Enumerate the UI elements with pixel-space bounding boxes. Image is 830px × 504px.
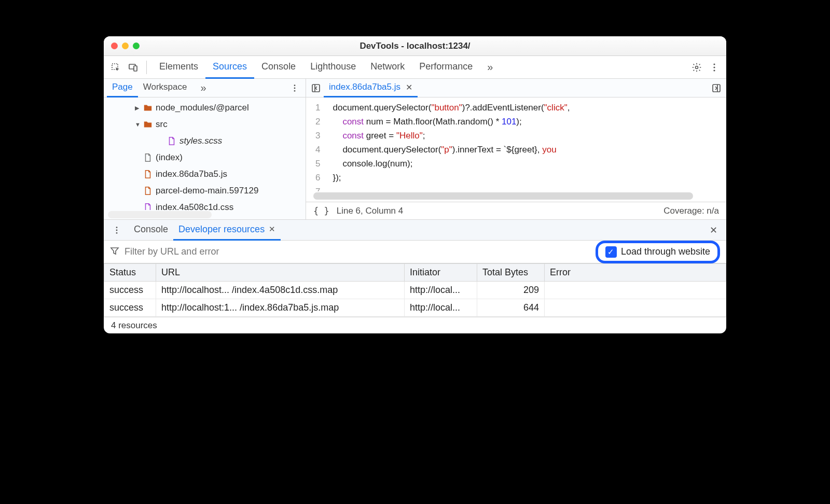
col-status[interactable]: Status [104, 264, 156, 282]
sources-body: PageWorkspace » ▶node_modules/@parcel▼sr… [104, 79, 726, 220]
editor: index.86da7ba5.js ✕ 1234567 document.que… [306, 79, 726, 219]
load-through-website-label: Load through website [621, 246, 710, 257]
sidebar: PageWorkspace » ▶node_modules/@parcel▼sr… [104, 79, 306, 219]
side-more-icon[interactable]: » [195, 82, 211, 94]
svg-point-14 [116, 227, 118, 228]
load-through-website-option[interactable]: ✓ Load through website [596, 241, 720, 263]
svg-point-7 [294, 85, 296, 86]
drawer-tab-developer-resources[interactable]: Developer resources✕ [173, 220, 281, 241]
filter-input[interactable] [125, 244, 590, 260]
settings-icon[interactable] [689, 60, 704, 75]
checkbox-checked-icon[interactable]: ✓ [605, 246, 617, 258]
tab-elements[interactable]: Elements [152, 56, 205, 79]
nav-toggle-right-icon[interactable] [709, 80, 724, 96]
drawer-menu-icon[interactable] [109, 222, 125, 238]
tree-node[interactable]: (index) [104, 149, 306, 166]
svg-point-16 [116, 232, 118, 233]
more-tabs-icon[interactable]: » [482, 61, 498, 73]
tree-node[interactable]: ▶node_modules/@parcel [104, 100, 306, 116]
tab-sources[interactable]: Sources [205, 56, 254, 79]
devtools-window: DevTools - localhost:1234/ ElementsSourc… [104, 36, 726, 333]
inspect-icon[interactable] [108, 60, 123, 75]
window-title: DevTools - localhost:1234/ [104, 41, 726, 51]
side-tabs: PageWorkspace » [104, 79, 306, 97]
filter-bar: ✓ Load through website [104, 241, 726, 263]
col-error[interactable]: Error [545, 264, 726, 282]
drawer-tab-console[interactable]: Console [129, 220, 173, 241]
tree-node[interactable]: index.86da7ba5.js [104, 166, 306, 183]
kebab-menu-icon[interactable] [707, 60, 722, 75]
drawer: ConsoleDeveloper resources✕ ✕ ✓ Load thr… [104, 220, 726, 333]
device-toggle-icon[interactable] [126, 60, 141, 75]
side-menu-icon[interactable] [287, 80, 302, 96]
tab-console[interactable]: Console [254, 56, 303, 79]
resource-count: 4 resources [111, 320, 157, 331]
editor-tab-label: index.86da7ba5.js [329, 82, 400, 92]
cursor-position: Line 6, Column 4 [337, 206, 404, 216]
format-icon[interactable]: { } [313, 206, 329, 216]
editor-tab[interactable]: index.86da7ba5.js ✕ [324, 79, 418, 97]
col-total-bytes[interactable]: Total Bytes [477, 264, 545, 282]
col-initiator[interactable]: Initiator [405, 264, 477, 282]
side-tab-page[interactable]: Page [107, 79, 138, 97]
nav-toggle-icon[interactable] [308, 80, 324, 96]
close-window[interactable] [111, 43, 118, 49]
tab-lighthouse[interactable]: Lighthouse [303, 56, 363, 79]
tree-node[interactable]: index.4a508c1d.css [104, 199, 306, 210]
table-header-row: StatusURLInitiatorTotal BytesError [104, 264, 726, 282]
code-area[interactable]: 1234567 document.querySelector("button")… [306, 97, 726, 191]
file-tree[interactable]: ▶node_modules/@parcel▼srcstyles.scss(ind… [104, 97, 306, 210]
svg-point-4 [713, 63, 715, 65]
table-row[interactable]: successhttp://localhost... /index.4a508c… [104, 282, 726, 299]
maximize-window[interactable] [133, 43, 140, 49]
drawer-tabs: ConsoleDeveloper resources✕ ✕ [104, 220, 726, 241]
svg-point-8 [294, 87, 296, 89]
main-tabs: ElementsSourcesConsoleLighthouseNetworkP… [104, 56, 726, 79]
svg-point-9 [294, 90, 296, 91]
tree-node[interactable]: ▼src [104, 116, 306, 133]
drawer-close-icon[interactable]: ✕ [706, 222, 721, 238]
tree-scrollbar[interactable] [108, 211, 212, 218]
minimize-window[interactable] [122, 43, 129, 49]
traffic-lights [111, 43, 140, 49]
close-icon[interactable]: ✕ [269, 225, 275, 234]
coverage-label: Coverage: n/a [663, 206, 719, 216]
code-lines: document.querySelector("button")?.addEve… [327, 97, 570, 191]
svg-point-5 [713, 66, 715, 68]
svg-point-3 [696, 66, 698, 68]
tab-performance[interactable]: Performance [412, 56, 480, 79]
editor-statusbar: { } Line 6, Column 4 Coverage: n/a [306, 202, 726, 219]
drawer-footer: 4 resources [104, 317, 726, 333]
svg-point-15 [116, 229, 118, 231]
close-icon[interactable]: ✕ [406, 82, 412, 92]
filter-icon [110, 246, 119, 258]
side-tab-workspace[interactable]: Workspace [138, 79, 192, 97]
tree-node[interactable]: styles.scss [104, 133, 306, 149]
titlebar: DevTools - localhost:1234/ [104, 36, 726, 56]
editor-scrollbar[interactable] [313, 192, 693, 200]
col-url[interactable]: URL [156, 264, 405, 282]
tab-network[interactable]: Network [363, 56, 412, 79]
editor-tabbar: index.86da7ba5.js ✕ [306, 79, 726, 97]
gutter: 1234567 [306, 97, 327, 191]
svg-rect-2 [134, 66, 137, 71]
table-row[interactable]: successhttp://localhost:1... /index.86da… [104, 299, 726, 317]
svg-point-6 [713, 69, 715, 71]
resources-table: StatusURLInitiatorTotal BytesError succe… [104, 263, 726, 317]
tree-node[interactable]: parcel-demo-main.597129 [104, 183, 306, 199]
